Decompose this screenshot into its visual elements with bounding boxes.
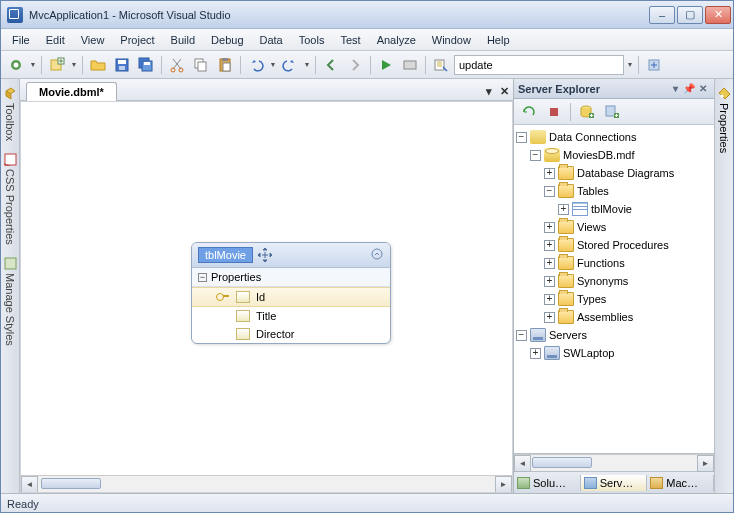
server-explorer-toolbar <box>514 99 714 125</box>
app-icon <box>7 7 23 23</box>
save-all-icon[interactable] <box>135 54 157 76</box>
dropdown-icon[interactable]: ▼ <box>29 61 37 68</box>
toolbar-overflow-icon[interactable] <box>643 54 665 76</box>
debug-target-icon[interactable] <box>399 54 421 76</box>
h-scrollbar[interactable]: ◄ ► <box>21 475 512 492</box>
property-icon <box>236 310 250 322</box>
connect-server-icon[interactable] <box>601 101 623 123</box>
servers-icon <box>530 328 546 342</box>
dropdown-icon[interactable]: ▼ <box>269 61 277 68</box>
scroll-left-icon[interactable]: ◄ <box>514 455 531 472</box>
node-servers[interactable]: −Servers <box>514 326 714 344</box>
svg-rect-6 <box>119 66 125 70</box>
scroll-thumb[interactable] <box>41 478 101 489</box>
close-pane-icon[interactable]: ✕ <box>696 82 710 96</box>
config-combo[interactable] <box>454 55 624 75</box>
dropdown-icon[interactable]: ▼ <box>626 61 634 68</box>
toolbar: ▼ ▼ ▼ ▼ ▼ <box>1 51 733 79</box>
field-row-director[interactable]: Director <box>192 325 390 343</box>
doc-tab-movie[interactable]: Movie.dbml* <box>26 82 117 101</box>
scroll-right-icon[interactable]: ► <box>697 455 714 472</box>
status-text: Ready <box>7 498 39 510</box>
menu-build[interactable]: Build <box>164 32 202 48</box>
add-item-icon[interactable] <box>46 54 68 76</box>
menu-test[interactable]: Test <box>333 32 367 48</box>
tree-h-scrollbar[interactable]: ◄ ► <box>514 454 714 471</box>
dropdown-icon[interactable]: ▼ <box>70 61 78 68</box>
designer-canvas[interactable]: tblMovie − Properties Id <box>20 101 513 493</box>
pin-icon[interactable]: 📌 <box>682 82 696 96</box>
toolbox-tab[interactable]: Toolbox <box>3 85 18 143</box>
menu-window[interactable]: Window <box>425 32 478 48</box>
properties-section[interactable]: − Properties <box>192 268 390 287</box>
move-handle-icon[interactable] <box>257 247 273 263</box>
tree[interactable]: −Data Connections −MoviesDB.mdf +Databas… <box>514 125 714 454</box>
find-icon[interactable] <box>430 54 452 76</box>
scroll-thumb[interactable] <box>532 457 592 468</box>
css-properties-tab[interactable]: ACSS Properties <box>3 151 18 247</box>
menu-help[interactable]: Help <box>480 32 517 48</box>
tab-macro-explorer[interactable]: Mac… <box>647 475 714 491</box>
close-tab-icon[interactable]: ✕ <box>496 83 513 100</box>
node-diagrams[interactable]: +Database Diagrams <box>514 164 714 182</box>
menu-debug[interactable]: Debug <box>204 32 250 48</box>
manage-styles-tab[interactable]: Manage Styles <box>3 255 18 348</box>
scroll-left-icon[interactable]: ◄ <box>21 476 38 493</box>
statusbar: Ready <box>1 493 733 513</box>
node-moviesdb[interactable]: −MoviesDB.mdf <box>514 146 714 164</box>
paste-icon[interactable] <box>214 54 236 76</box>
menu-analyze[interactable]: Analyze <box>370 32 423 48</box>
node-functions[interactable]: +Functions <box>514 254 714 272</box>
node-views[interactable]: +Views <box>514 218 714 236</box>
connect-db-icon[interactable] <box>576 101 598 123</box>
database-icon <box>544 148 560 162</box>
left-rail: Toolbox ACSS Properties Manage Styles <box>1 79 20 493</box>
field-row-title[interactable]: Title <box>192 307 390 325</box>
collapse-icon[interactable] <box>277 247 384 263</box>
save-icon[interactable] <box>111 54 133 76</box>
properties-tab[interactable]: Properties <box>717 85 732 155</box>
cut-icon[interactable] <box>166 54 188 76</box>
node-data-connections[interactable]: −Data Connections <box>514 128 714 146</box>
close-button[interactable]: ✕ <box>705 6 731 24</box>
node-swlaptop[interactable]: +SWLaptop <box>514 344 714 362</box>
node-tables[interactable]: −Tables <box>514 182 714 200</box>
minus-icon[interactable]: − <box>198 273 207 282</box>
dropdown-icon[interactable]: ▼ <box>303 61 311 68</box>
node-sprocs[interactable]: +Stored Procedures <box>514 236 714 254</box>
tab-solution-explorer[interactable]: Solu… <box>514 475 581 491</box>
menu-file[interactable]: File <box>5 32 37 48</box>
scroll-right-icon[interactable]: ► <box>495 476 512 493</box>
menu-view[interactable]: View <box>74 32 112 48</box>
node-tblmovie[interactable]: +tblMovie <box>514 200 714 218</box>
menu-edit[interactable]: Edit <box>39 32 72 48</box>
menu-data[interactable]: Data <box>253 32 290 48</box>
node-synonyms[interactable]: +Synonyms <box>514 272 714 290</box>
new-project-icon[interactable] <box>5 54 27 76</box>
refresh-icon[interactable] <box>518 101 540 123</box>
navigate-fwd-icon[interactable] <box>344 54 366 76</box>
redo-icon[interactable] <box>279 54 301 76</box>
svg-rect-9 <box>144 62 150 65</box>
stop-icon[interactable] <box>543 101 565 123</box>
menu-project[interactable]: Project <box>113 32 161 48</box>
folder-icon <box>558 256 574 270</box>
tab-server-explorer[interactable]: Serv… <box>581 475 648 491</box>
svg-rect-27 <box>606 106 615 116</box>
navigate-back-icon[interactable] <box>320 54 342 76</box>
tab-menu-icon[interactable]: ▾ <box>482 83 496 100</box>
undo-icon[interactable] <box>245 54 267 76</box>
maximize-button[interactable]: ▢ <box>677 6 703 24</box>
node-types[interactable]: +Types <box>514 290 714 308</box>
open-icon[interactable] <box>87 54 109 76</box>
node-assemblies[interactable]: +Assemblies <box>514 308 714 326</box>
copy-icon[interactable] <box>190 54 212 76</box>
menubar: File Edit View Project Build Debug Data … <box>1 29 733 51</box>
pane-menu-icon[interactable]: ▾ <box>668 82 682 96</box>
menu-tools[interactable]: Tools <box>292 32 332 48</box>
minimize-button[interactable]: – <box>649 6 675 24</box>
entity-tblmovie[interactable]: tblMovie − Properties Id <box>191 242 391 344</box>
field-row-id[interactable]: Id <box>192 287 390 307</box>
entity-name[interactable]: tblMovie <box>198 247 253 263</box>
start-debug-icon[interactable] <box>375 54 397 76</box>
